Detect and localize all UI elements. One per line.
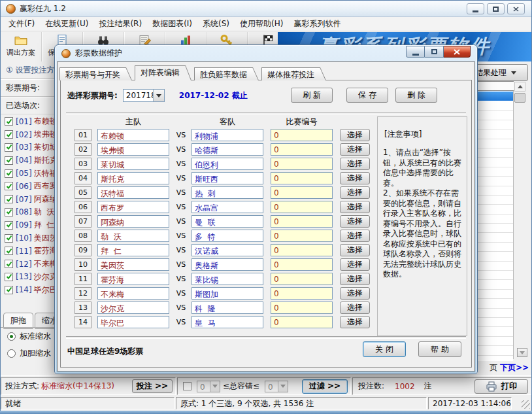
away-team-input[interactable]: 水晶宫	[191, 201, 263, 213]
home-team-input[interactable]: 毕尔巴	[97, 316, 169, 328]
maximize-button[interactable]	[487, 3, 505, 14]
delete-button[interactable]: 删 除	[395, 88, 437, 103]
match-code-input[interactable]: 0	[271, 316, 333, 328]
home-team-input[interactable]: 沃特福	[97, 186, 169, 199]
dropdown-button[interactable]	[278, 381, 288, 392]
dropdown-button[interactable]	[210, 381, 220, 392]
print-button[interactable]: 打印	[474, 379, 528, 394]
home-team-input[interactable]: 斯托克	[97, 172, 169, 184]
select-button[interactable]: 选择	[340, 273, 370, 285]
match-code-input[interactable]: 0	[271, 273, 333, 285]
period-dropdown[interactable]: 2017180	[123, 89, 165, 102]
select-button[interactable]: 选择	[340, 230, 370, 242]
away-team-input[interactable]: 汉诺威	[191, 244, 263, 256]
away-team-input[interactable]: 莱比锡	[191, 273, 263, 285]
tab-media-recommend[interactable]: 媒体推荐投注	[261, 67, 326, 80]
match-code-input[interactable]: 0	[271, 258, 333, 271]
match-code-input[interactable]: 0	[271, 244, 333, 256]
match-code-input[interactable]: 0	[271, 230, 333, 242]
away-team-input[interactable]: 斯图加	[191, 287, 263, 300]
filter-button[interactable]: 过滤 >>	[302, 379, 348, 394]
checkbox-checked-icon[interactable]	[5, 143, 13, 152]
tolerance-checkbox[interactable]	[183, 382, 191, 390]
home-team-input[interactable]: 拜 仁	[97, 244, 169, 256]
dialog-close-button[interactable]	[444, 46, 471, 58]
match-code-input[interactable]: 0	[271, 215, 333, 228]
match-code-input[interactable]: 0	[271, 302, 333, 314]
match-code-input[interactable]: 0	[271, 129, 333, 141]
tab-period-draw[interactable]: 彩票期号与开奖	[59, 67, 132, 80]
select-button[interactable]: 选择	[340, 172, 370, 184]
dialog-maximize-button[interactable]	[425, 46, 444, 58]
away-team-input[interactable]: 奥格斯	[191, 258, 263, 271]
match-code-input[interactable]: 0	[271, 143, 333, 156]
home-team-input[interactable]: 美因茨	[97, 258, 169, 271]
tab-odds-data[interactable]: 胜负赔率数据	[194, 67, 259, 80]
checkbox-checked-icon[interactable]	[5, 273, 13, 281]
away-team-input[interactable]: 斯旺西	[191, 172, 263, 184]
match-code-input[interactable]: 0	[271, 172, 333, 184]
select-button[interactable]: 选择	[340, 258, 370, 271]
select-button[interactable]: 选择	[340, 215, 370, 228]
checkbox-checked-icon[interactable]	[5, 260, 13, 268]
save-button[interactable]: 保 存	[346, 88, 388, 103]
close-dialog-button[interactable]: 关 闭	[363, 341, 406, 357]
home-team-input[interactable]: 沙尔克	[97, 302, 169, 314]
match-code-input[interactable]: 0	[271, 201, 333, 213]
checkbox-checked-icon[interactable]	[5, 247, 13, 255]
close-button[interactable]	[507, 3, 525, 14]
menu-series-software[interactable]: 赢彩系列软件	[288, 16, 346, 31]
tab-matchup-edit[interactable]: 对阵表编辑	[135, 65, 191, 80]
home-team-input[interactable]: 埃弗顿	[97, 143, 169, 156]
toolbar-open-plan-button[interactable]: 调出方案	[1, 32, 42, 61]
away-team-input[interactable]: 皇 马	[191, 316, 263, 328]
checkbox-checked-icon[interactable]	[5, 221, 13, 230]
home-team-input[interactable]: 霍芬海	[97, 273, 169, 285]
dialog-minimize-button[interactable]	[406, 46, 425, 58]
away-team-input[interactable]: 利物浦	[191, 129, 263, 141]
home-team-input[interactable]: 阿森纳	[97, 215, 169, 228]
checkbox-checked-icon[interactable]	[5, 117, 13, 126]
home-team-input[interactable]: 西布罗	[97, 201, 169, 213]
menu-bet-results[interactable]: 投注结果(R)	[93, 16, 147, 31]
match-code-input[interactable]: 0	[271, 186, 333, 199]
away-team-input[interactable]: 热 刺	[191, 186, 263, 199]
checkbox-checked-icon[interactable]	[5, 195, 13, 203]
checkbox-checked-icon[interactable]	[5, 182, 13, 190]
home-team-input[interactable]: 布赖顿	[97, 129, 169, 141]
bet-button[interactable]: 投注 >>	[132, 379, 173, 393]
away-team-input[interactable]: 伯恩利	[191, 158, 263, 170]
radio-dan-shrink[interactable]: 加胆缩水	[7, 348, 51, 359]
menu-help[interactable]: 使用帮助(H)	[235, 16, 288, 31]
refresh-button[interactable]: 刷 新	[291, 88, 333, 103]
next-page-link[interactable]: 下页>>	[500, 362, 529, 373]
tolerance-max-dropdown[interactable]: 0	[265, 381, 288, 392]
menu-online-update[interactable]: 在线更新(U)	[40, 16, 93, 31]
checkbox-checked-icon[interactable]	[5, 234, 13, 243]
home-team-input[interactable]: 勒 沃	[97, 230, 169, 242]
home-team-input[interactable]: 莱切城	[97, 158, 169, 170]
menu-data-charts[interactable]: 数据图表(I)	[147, 16, 197, 31]
match-code-input[interactable]: 0	[271, 158, 333, 170]
select-button[interactable]: 选择	[340, 287, 370, 300]
checkbox-checked-icon[interactable]	[5, 286, 13, 294]
menu-file[interactable]: 文件(F)	[3, 16, 40, 31]
scroll-up-button[interactable]	[514, 82, 525, 92]
away-team-input[interactable]: 哈德斯	[191, 143, 263, 156]
radio-standard-shrink[interactable]: 标准缩水	[7, 331, 51, 342]
menu-system[interactable]: 系统(S)	[197, 16, 235, 31]
checkbox-checked-icon[interactable]	[5, 156, 13, 165]
resize-grip[interactable]	[522, 400, 530, 409]
checkbox-checked-icon[interactable]	[5, 130, 13, 139]
home-team-input[interactable]: 不来梅	[97, 287, 169, 300]
select-button[interactable]: 选择	[340, 302, 370, 314]
select-button[interactable]: 选择	[340, 143, 370, 156]
checkbox-checked-icon[interactable]	[5, 208, 13, 216]
away-team-input[interactable]: 科 隆	[191, 302, 263, 314]
tolerance-min-dropdown[interactable]: 0	[197, 381, 220, 392]
select-button[interactable]: 选择	[340, 186, 370, 199]
help-button[interactable]: 帮 助	[418, 341, 461, 357]
page-dropdown[interactable]	[517, 348, 527, 357]
checkbox-checked-icon[interactable]	[5, 169, 13, 178]
select-button[interactable]: 选择	[340, 316, 370, 328]
